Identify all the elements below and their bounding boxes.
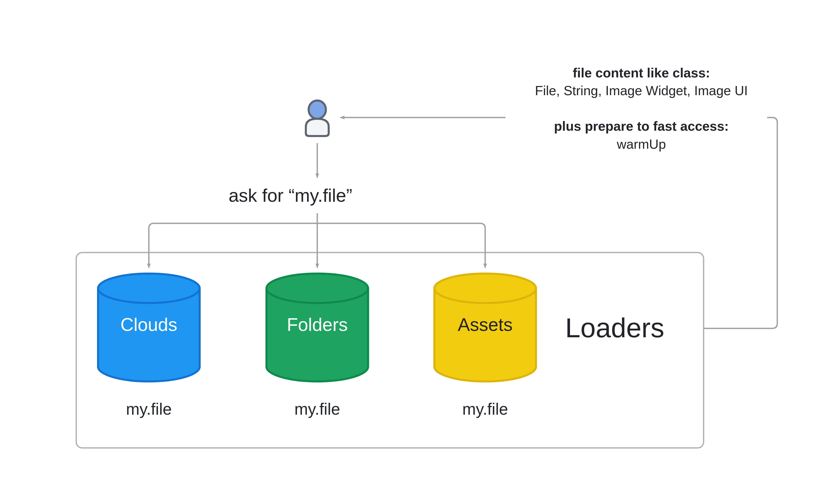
right-heading-2: plus prepare to fast access: [508,117,775,135]
sub-label-clouds: my.file [126,400,172,418]
svg-point-9 [267,274,368,303]
right-line-1: File, String, Image Widget, Image UI [508,82,775,100]
sub-label-folders: my.file [294,400,340,418]
cylinder-label-folders: Folders [287,314,348,335]
cylinder-label-assets: Assets [458,314,513,335]
ask-label: ask for “my.file” [228,185,352,206]
right-heading-1: file content like class: [508,64,775,82]
svg-point-4 [98,274,200,303]
svg-point-14 [434,274,536,303]
diagram-stage: ask for “my.file” Clouds Folders Assets … [0,0,839,504]
right-line-2: warmUp [508,135,775,153]
svg-point-15 [309,101,326,119]
sub-label-assets: my.file [462,400,508,418]
cylinder-label-clouds: Clouds [120,314,177,335]
right-description: file content like class: File, String, I… [508,64,775,153]
arrow-left-to-clouds [149,223,317,268]
arrow-right-to-assets [317,223,485,268]
loaders-label: Loaders [565,312,664,344]
person-icon [306,101,329,136]
